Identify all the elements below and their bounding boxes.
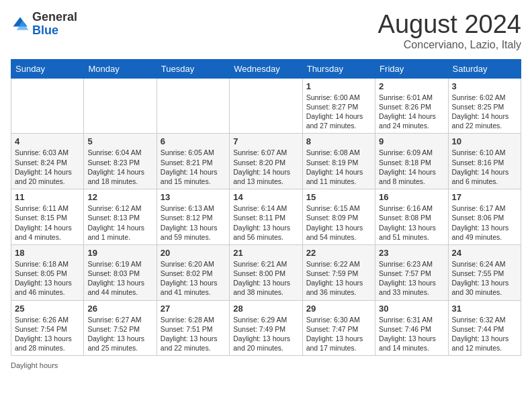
calendar-cell: 2Sunrise: 6:01 AM Sunset: 8:26 PM Daylig… xyxy=(375,78,448,134)
calendar-cell: 27Sunrise: 6:28 AM Sunset: 7:51 PM Dayli… xyxy=(157,300,229,356)
title-area: August 2024 Concerviano, Lazio, Italy xyxy=(378,11,521,51)
calendar-cell: 3Sunrise: 6:02 AM Sunset: 8:25 PM Daylig… xyxy=(448,78,521,134)
day-number: 13 xyxy=(161,192,226,202)
day-number: 14 xyxy=(233,192,298,202)
logo: General Blue xyxy=(11,11,77,38)
day-info: Sunrise: 6:07 AM Sunset: 8:20 PM Dayligh… xyxy=(233,148,298,186)
day-info: Sunrise: 6:17 AM Sunset: 8:06 PM Dayligh… xyxy=(452,203,517,242)
day-info: Sunrise: 6:02 AM Sunset: 8:25 PM Dayligh… xyxy=(452,93,517,131)
day-info: Sunrise: 6:32 AM Sunset: 7:44 PM Dayligh… xyxy=(452,315,517,353)
calendar-week-row: 18Sunrise: 6:18 AM Sunset: 8:05 PM Dayli… xyxy=(11,244,521,300)
day-number: 12 xyxy=(87,192,152,202)
calendar-cell: 15Sunrise: 6:15 AM Sunset: 8:09 PM Dayli… xyxy=(302,189,375,245)
logo-text: General Blue xyxy=(32,11,77,38)
day-number: 23 xyxy=(379,248,444,258)
calendar-cell: 24Sunrise: 6:24 AM Sunset: 7:55 PM Dayli… xyxy=(448,244,521,300)
day-number: 3 xyxy=(452,81,517,91)
day-info: Sunrise: 6:26 AM Sunset: 7:54 PM Dayligh… xyxy=(15,315,80,353)
day-number: 22 xyxy=(306,248,371,258)
day-info: Sunrise: 6:27 AM Sunset: 7:52 PM Dayligh… xyxy=(87,315,152,353)
day-info: Sunrise: 6:18 AM Sunset: 8:05 PM Dayligh… xyxy=(15,259,80,298)
calendar-cell: 4Sunrise: 6:03 AM Sunset: 8:24 PM Daylig… xyxy=(11,134,84,189)
day-number: 24 xyxy=(452,248,517,258)
day-info: Sunrise: 6:04 AM Sunset: 8:23 PM Dayligh… xyxy=(87,148,152,186)
day-number: 31 xyxy=(452,304,517,314)
day-number: 7 xyxy=(233,136,298,146)
day-info: Sunrise: 6:01 AM Sunset: 8:26 PM Dayligh… xyxy=(379,93,444,131)
calendar-cell: 25Sunrise: 6:26 AM Sunset: 7:54 PM Dayli… xyxy=(11,300,84,356)
calendar-cell: 16Sunrise: 6:16 AM Sunset: 8:08 PM Dayli… xyxy=(375,189,448,245)
calendar-week-row: 25Sunrise: 6:26 AM Sunset: 7:54 PM Dayli… xyxy=(11,300,521,356)
calendar-col-header: Thursday xyxy=(302,59,375,78)
calendar-cell: 14Sunrise: 6:14 AM Sunset: 8:11 PM Dayli… xyxy=(230,189,302,245)
calendar-cell: 8Sunrise: 6:08 AM Sunset: 8:19 PM Daylig… xyxy=(302,134,375,189)
calendar-cell: 1Sunrise: 6:00 AM Sunset: 8:27 PM Daylig… xyxy=(302,78,375,134)
calendar-header-row: SundayMondayTuesdayWednesdayThursdayFrid… xyxy=(11,59,521,78)
day-info: Sunrise: 6:24 AM Sunset: 7:55 PM Dayligh… xyxy=(452,259,517,298)
day-number: 27 xyxy=(161,304,226,314)
calendar-cell xyxy=(11,78,84,134)
calendar-cell: 17Sunrise: 6:17 AM Sunset: 8:06 PM Dayli… xyxy=(448,189,521,245)
logo-general: General xyxy=(32,11,77,24)
day-info: Sunrise: 6:30 AM Sunset: 7:47 PM Dayligh… xyxy=(306,315,371,353)
calendar-cell: 31Sunrise: 6:32 AM Sunset: 7:44 PM Dayli… xyxy=(448,300,521,356)
logo-icon xyxy=(11,15,30,34)
calendar-week-row: 11Sunrise: 6:11 AM Sunset: 8:15 PM Dayli… xyxy=(11,189,521,245)
calendar-cell: 20Sunrise: 6:20 AM Sunset: 8:02 PM Dayli… xyxy=(157,244,229,300)
calendar-cell: 13Sunrise: 6:13 AM Sunset: 8:12 PM Dayli… xyxy=(157,189,229,245)
day-number: 29 xyxy=(306,304,371,314)
location: Concerviano, Lazio, Italy xyxy=(378,39,521,51)
calendar-cell: 23Sunrise: 6:23 AM Sunset: 7:57 PM Dayli… xyxy=(375,244,448,300)
day-number: 8 xyxy=(306,136,371,146)
calendar-col-header: Friday xyxy=(375,59,448,78)
day-number: 15 xyxy=(306,192,371,202)
calendar-cell: 12Sunrise: 6:12 AM Sunset: 8:13 PM Dayli… xyxy=(84,189,157,245)
day-number: 6 xyxy=(161,136,226,146)
day-info: Sunrise: 6:22 AM Sunset: 7:59 PM Dayligh… xyxy=(306,259,371,298)
day-info: Sunrise: 6:29 AM Sunset: 7:49 PM Dayligh… xyxy=(233,315,298,353)
calendar-cell: 7Sunrise: 6:07 AM Sunset: 8:20 PM Daylig… xyxy=(230,134,302,189)
day-info: Sunrise: 6:03 AM Sunset: 8:24 PM Dayligh… xyxy=(15,148,80,186)
calendar-col-header: Sunday xyxy=(11,59,84,78)
logo-blue: Blue xyxy=(32,24,77,38)
footer-daylight: Daylight hours xyxy=(11,361,521,369)
day-info: Sunrise: 6:31 AM Sunset: 7:46 PM Dayligh… xyxy=(379,315,444,353)
day-info: Sunrise: 6:28 AM Sunset: 7:51 PM Dayligh… xyxy=(161,315,226,353)
calendar-week-row: 1Sunrise: 6:00 AM Sunset: 8:27 PM Daylig… xyxy=(11,78,521,134)
day-number: 26 xyxy=(87,304,152,314)
day-number: 4 xyxy=(15,136,80,146)
day-number: 18 xyxy=(15,248,80,258)
calendar-cell: 5Sunrise: 6:04 AM Sunset: 8:23 PM Daylig… xyxy=(84,134,157,189)
calendar-cell: 26Sunrise: 6:27 AM Sunset: 7:52 PM Dayli… xyxy=(84,300,157,356)
day-number: 1 xyxy=(306,81,371,91)
day-number: 30 xyxy=(379,304,444,314)
calendar-cell xyxy=(84,78,157,134)
day-info: Sunrise: 6:21 AM Sunset: 8:00 PM Dayligh… xyxy=(233,259,298,298)
day-number: 20 xyxy=(161,248,226,258)
calendar-col-header: Saturday xyxy=(448,59,521,78)
month-title: August 2024 xyxy=(378,11,521,39)
calendar-cell xyxy=(157,78,229,134)
day-number: 5 xyxy=(87,136,152,146)
calendar-cell: 18Sunrise: 6:18 AM Sunset: 8:05 PM Dayli… xyxy=(11,244,84,300)
calendar-cell: 10Sunrise: 6:10 AM Sunset: 8:16 PM Dayli… xyxy=(448,134,521,189)
day-info: Sunrise: 6:19 AM Sunset: 8:03 PM Dayligh… xyxy=(87,259,152,298)
calendar-cell xyxy=(230,78,302,134)
day-number: 9 xyxy=(379,136,444,146)
day-info: Sunrise: 6:15 AM Sunset: 8:09 PM Dayligh… xyxy=(306,203,371,242)
calendar-cell: 28Sunrise: 6:29 AM Sunset: 7:49 PM Dayli… xyxy=(230,300,302,356)
calendar-cell: 29Sunrise: 6:30 AM Sunset: 7:47 PM Dayli… xyxy=(302,300,375,356)
day-info: Sunrise: 6:16 AM Sunset: 8:08 PM Dayligh… xyxy=(379,203,444,242)
day-info: Sunrise: 6:14 AM Sunset: 8:11 PM Dayligh… xyxy=(233,203,298,242)
day-number: 19 xyxy=(87,248,152,258)
day-info: Sunrise: 6:09 AM Sunset: 8:18 PM Dayligh… xyxy=(379,148,444,186)
page-header: General Blue August 2024 Concerviano, La… xyxy=(11,11,521,51)
day-number: 2 xyxy=(379,81,444,91)
calendar-cell: 19Sunrise: 6:19 AM Sunset: 8:03 PM Dayli… xyxy=(84,244,157,300)
day-info: Sunrise: 6:13 AM Sunset: 8:12 PM Dayligh… xyxy=(161,203,226,242)
day-info: Sunrise: 6:00 AM Sunset: 8:27 PM Dayligh… xyxy=(306,93,371,131)
day-info: Sunrise: 6:10 AM Sunset: 8:16 PM Dayligh… xyxy=(452,148,517,186)
day-number: 28 xyxy=(233,304,298,314)
day-number: 21 xyxy=(233,248,298,258)
calendar-cell: 6Sunrise: 6:05 AM Sunset: 8:21 PM Daylig… xyxy=(157,134,229,189)
